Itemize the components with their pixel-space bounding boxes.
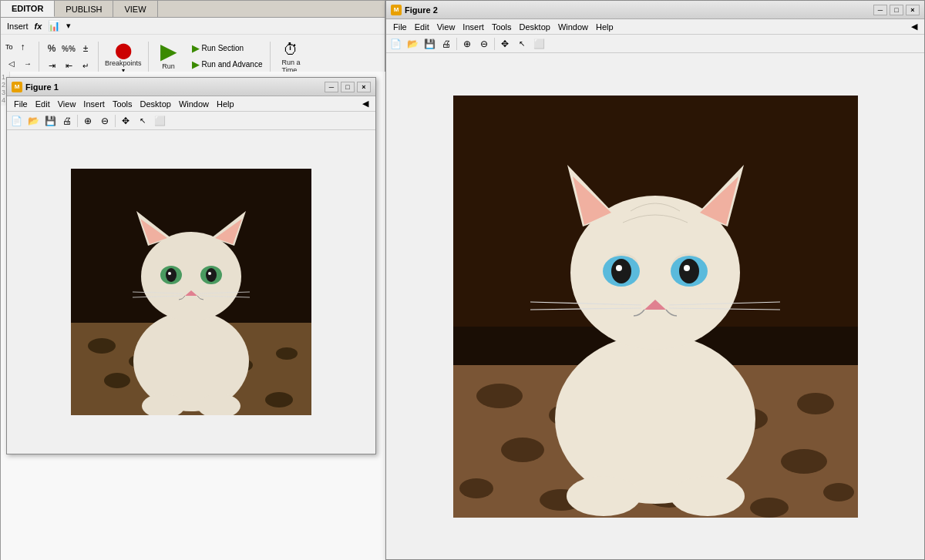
fig2-new-icon[interactable]: 📄	[388, 36, 403, 52]
fx-button[interactable]: fx	[32, 22, 45, 31]
svg-point-41	[781, 449, 827, 474]
figure2-window: M Figure 2 ─ □ × File Edit View Insert T…	[385, 0, 925, 560]
figure2-controls: ─ □ ×	[873, 5, 920, 15]
fig2-zoom-out-icon[interactable]: ⊖	[476, 36, 492, 52]
fig1-save-icon[interactable]: 💾	[42, 113, 58, 129]
figure2-title-left: M Figure 2	[391, 5, 438, 15]
indent-icon2[interactable]: ↵	[78, 58, 93, 73]
fig1-menu-desktop[interactable]: Desktop	[136, 99, 175, 109]
run-section-group: ▶ Run Section ▶ Run and Advance	[187, 38, 267, 75]
figure1-window: M Figure 1 ─ □ × File Edit View Insert T…	[6, 77, 376, 454]
toolbar-icon-1[interactable]: 📊	[45, 20, 63, 32]
breakpoints-label: Breakpoints	[105, 59, 142, 67]
fig1-menu-edit[interactable]: Edit	[32, 99, 54, 109]
left-icon-2[interactable]: ◁	[4, 55, 19, 71]
svg-point-58	[679, 259, 699, 283]
fig2-menu-view[interactable]: View	[433, 22, 459, 32]
svg-point-22	[208, 272, 211, 275]
fig2-select-icon[interactable]: ↖	[514, 36, 530, 52]
fig2-open-icon[interactable]: 📂	[405, 36, 420, 52]
fig2-zoom-in-icon[interactable]: ⊕	[459, 36, 475, 52]
fig2-menu-window[interactable]: Window	[554, 22, 592, 32]
fig2-sep1	[456, 38, 457, 50]
fig1-select-icon[interactable]: ↖	[135, 113, 150, 129]
figure2-menubar: File Edit View Insert Tools Desktop Wind…	[386, 19, 924, 35]
tab-view[interactable]: VIEW	[113, 1, 157, 17]
fig1-open-icon[interactable]: 📂	[25, 113, 41, 129]
figure2-close-button[interactable]: ×	[906, 5, 920, 15]
arrow-up-icon[interactable]: ↑	[15, 39, 31, 55]
outdent-icon[interactable]: ⇤	[61, 58, 76, 73]
figure1-titlebar: M Figure 1 ─ □ ×	[7, 78, 375, 96]
fig1-print-icon[interactable]: 🖨	[59, 113, 75, 129]
figure1-title: Figure 1	[25, 82, 59, 92]
figure2-title: Figure 2	[405, 5, 438, 15]
indent-icon[interactable]: ⇥	[44, 58, 59, 73]
plus-minus-icon[interactable]: ±	[78, 41, 93, 56]
fig2-menu-tools[interactable]: Tools	[488, 22, 516, 32]
comment-icon[interactable]: %	[44, 41, 59, 56]
run-and-advance-label: Run and Advance	[202, 60, 263, 69]
fig2-menu-edit[interactable]: Edit	[411, 22, 433, 32]
figure1-close-button[interactable]: ×	[357, 82, 371, 92]
breakpoints-icon: ⬤	[115, 41, 132, 59]
fig2-pan-icon[interactable]: ✥	[497, 36, 513, 52]
fig2-insert-icon[interactable]: ⬜	[531, 36, 547, 52]
run-section-label: Run Section	[202, 44, 244, 52]
run-advance-icon: ▶	[192, 59, 200, 70]
figure1-minimize-button[interactable]: ─	[325, 82, 338, 92]
svg-point-19	[166, 268, 177, 282]
left-icon-3[interactable]: →	[20, 55, 35, 71]
figure2-cat-image	[453, 96, 858, 518]
fig1-menu-window[interactable]: Window	[175, 99, 213, 109]
fig1-menu-tools[interactable]: Tools	[109, 99, 136, 109]
svg-point-45	[750, 498, 789, 518]
editor-tab-bar: EDITOR PUBLISH VIEW	[1, 1, 385, 18]
insert-label[interactable]: Insert	[4, 22, 32, 31]
fig2-menu-insert[interactable]: Insert	[459, 22, 488, 32]
run-and-advance-button[interactable]: ▶ Run and Advance	[189, 57, 266, 72]
fig2-menu-desktop[interactable]: Desktop	[516, 22, 554, 32]
fig1-menu-view[interactable]: View	[54, 99, 80, 109]
fig2-menu-help[interactable]: Help	[592, 22, 617, 32]
svg-point-60	[684, 265, 690, 271]
run-section-button[interactable]: ▶ Run Section	[189, 41, 266, 55]
fig2-save-icon[interactable]: 💾	[422, 36, 437, 52]
top-toolbar-row: Insert fx 📊 ▾	[1, 18, 385, 35]
figure1-canvas	[7, 130, 375, 454]
svg-point-37	[797, 393, 834, 414]
svg-point-33	[476, 384, 523, 408]
fig2-print-icon[interactable]: 🖨	[439, 36, 454, 52]
run-label: Run	[162, 62, 175, 70]
figure2-app-icon: M	[391, 5, 402, 15]
svg-point-59	[616, 265, 622, 271]
figure2-maximize-button[interactable]: □	[890, 5, 903, 15]
figure1-menubar: File Edit View Insert Tools Desktop Wind…	[7, 96, 375, 112]
percent-percent-icon[interactable]: %%	[61, 41, 76, 56]
figure1-maximize-button[interactable]: □	[341, 82, 355, 92]
tab-publish[interactable]: PUBLISH	[55, 1, 113, 17]
svg-point-21	[168, 272, 171, 275]
fig1-expand-arrow[interactable]: ◀	[358, 99, 372, 109]
to-button[interactable]: To	[4, 39, 15, 55]
fig1-insert-icon[interactable]: ⬜	[152, 113, 167, 129]
fig1-sep1	[77, 115, 78, 127]
figure2-minimize-button[interactable]: ─	[873, 5, 887, 15]
fig2-menu-file[interactable]: File	[389, 22, 411, 32]
fig2-expand-arrow[interactable]: ◀	[907, 22, 921, 32]
svg-point-46	[823, 483, 854, 501]
fig1-menu-insert[interactable]: Insert	[79, 99, 109, 109]
fig1-new-icon[interactable]: 📄	[8, 113, 24, 129]
tab-editor[interactable]: EDITOR	[1, 1, 55, 17]
run-section-icon: ▶	[192, 42, 200, 54]
svg-point-38	[501, 438, 544, 462]
figure1-app-icon: M	[12, 82, 22, 92]
fig1-zoom-out-icon[interactable]: ⊖	[97, 113, 113, 129]
fig1-menu-help[interactable]: Help	[213, 99, 238, 109]
fig2-sep2	[494, 38, 495, 50]
fig1-pan-icon[interactable]: ✥	[118, 113, 133, 129]
fig1-menu-file[interactable]: File	[10, 99, 32, 109]
toolbar-icon-dropdown[interactable]: ▾	[63, 21, 74, 31]
fig1-zoom-in-icon[interactable]: ⊕	[80, 113, 96, 129]
svg-point-7	[104, 373, 130, 388]
